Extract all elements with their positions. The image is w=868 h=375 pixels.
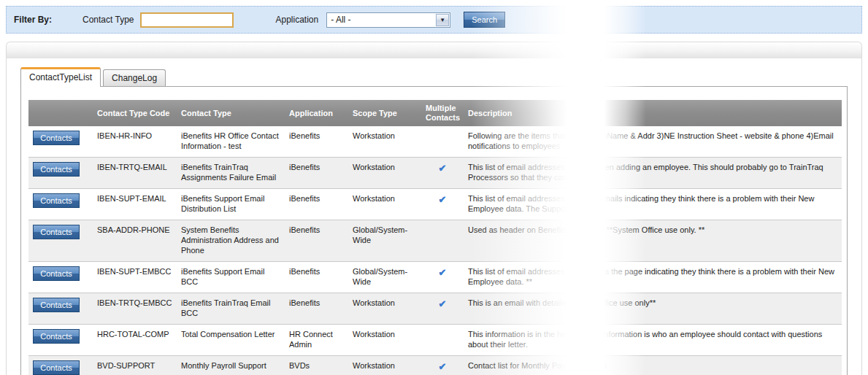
cell-type: iBenefits Support Email Distribution Lis… [177,189,285,220]
multiple-contacts-check: ✔ [421,158,464,189]
contacts-button[interactable]: Contacts [33,131,80,145]
contacts-button[interactable]: Contacts [33,193,80,208]
tab-bar: ContactTypeList ChangeLog [20,67,861,86]
filter-bar: Filter By: Contact Type Application - Al… [6,6,862,34]
main-panel: ContactTypeList ChangeLog Contact Type C… [6,42,862,375]
col-actions [28,100,93,126]
panel-header-strip [7,42,861,58]
chevron-down-icon[interactable]: ▼ [436,14,449,26]
col-contact-type-code: Contact Type Code [93,100,177,126]
cell-type: System Benefits Administration Address a… [177,220,285,262]
table-row: Contacts IBEN-SUPT-EMAIL iBenefits Suppo… [28,189,842,220]
contacts-button[interactable]: Contacts [33,225,80,239]
table-row: Contacts IBEN-TRTQ-EMBCC iBenefits Train… [28,293,842,325]
cell-description: Contact list for Monthly Payroll Support [464,356,842,375]
cell-app: iBenefits [285,126,348,158]
cell-code: IBEN-TRTQ-EMBCC [93,293,177,325]
cell-type: iBenefits HR Office Contact Information … [177,126,285,158]
contacts-button[interactable]: Contacts [33,162,80,177]
application-select-value: - All - [327,15,436,25]
cell-code: IBEN-TRTQ-EMAIL [93,158,177,189]
cell-app: BVDs [285,356,348,375]
tab-changelog[interactable]: ChangeLog [103,69,166,86]
cell-scope: Workstation [348,158,421,189]
cell-scope: Global/System-Wide [348,262,421,293]
cell-code: IBEN-SUPT-EMAIL [93,189,177,220]
table-row: Contacts SBA-ADDR-PHONE System Benefits … [28,220,842,262]
cell-type: iBenefits Support Email BCC [177,262,285,293]
col-contact-type: Contact Type [177,100,285,126]
cell-code: IBEN-SUPT-EMBCC [93,262,177,293]
cell-description: This list of email addresses receives em… [464,189,842,220]
contacts-button[interactable]: Contacts [33,266,80,281]
multiple-contacts-check: ✔ [421,189,464,220]
contact-type-input[interactable] [140,12,234,28]
tab-contacttypelist[interactable]: ContactTypeList [20,67,101,87]
cell-app: iBenefits [285,262,348,293]
tab-content: Contact Type Code Contact Type Applicati… [20,86,848,375]
multiple-contacts-check [421,325,464,356]
multiple-contacts-check: ✔ [421,293,464,325]
col-multiple-contacts: Multiple Contacts [421,100,464,126]
cell-app: HR Connect Admin [285,325,348,356]
cell-code: BVD-SUPPORT [93,356,177,375]
application-select[interactable]: - All - ▼ [326,12,450,28]
cell-code: SBA-ADDR-PHONE [93,220,177,262]
application-label: Application [276,15,319,25]
cell-app: iBenefits [285,293,348,325]
cell-description: Following are the items that are sent 2)… [464,126,842,158]
cell-type: Total Compensation Letter [177,325,285,356]
table-row: Contacts IBEN-TRTQ-EMAIL iBenefits Train… [28,158,842,189]
cell-description: Used as header on Beneficiary letters. *… [464,220,842,262]
table-row: Contacts BVD-SUPPORT Monthly Payroll Sup… [28,356,842,375]
cell-scope: Workstation [348,325,421,356]
multiple-contacts-check [421,220,464,262]
filter-by-label: Filter By: [14,15,52,25]
cell-code: HRC-TOTAL-COMP [93,325,177,356]
cell-description: This list of email addresses is BCCd via… [464,262,842,293]
multiple-contacts-check [421,126,464,158]
contact-type-table: Contact Type Code Contact Type Applicati… [28,100,842,375]
cell-type: iBenefits TrainTraq Assignments Failure … [177,158,285,189]
cell-description: This list of email addresses is used whe… [464,158,842,189]
multiple-contacts-check: ✔ [421,262,464,293]
cell-scope: Workstation [348,189,421,220]
cell-app: iBenefits [285,158,348,189]
cell-app: iBenefits [285,189,348,220]
cell-type: iBenefits TrainTraq Email BCC [177,293,285,325]
multiple-contacts-check: ✔ [421,356,464,375]
contacts-button[interactable]: Contacts [33,298,80,312]
cell-scope: Workstation [348,356,421,375]
cell-description: This is an email with detailed info. **O… [464,293,842,325]
contacts-button[interactable]: Contacts [33,360,80,375]
contact-type-label: Contact Type [82,15,134,25]
table-row: Contacts IBEN-SUPT-EMBCC iBenefits Suppo… [28,262,842,293]
cell-scope: Global/System-Wide [348,220,421,262]
cell-scope: Workstation [348,126,421,158]
cell-app: iBenefits [285,220,348,262]
cell-description: This information is in the header. The i… [464,325,842,356]
table-header-row: Contact Type Code Contact Type Applicati… [28,100,842,126]
table-row: Contacts IBEN-HR-INFO iBenefits HR Offic… [28,126,842,158]
cell-code: IBEN-HR-INFO [93,126,177,158]
table-row: Contacts HRC-TOTAL-COMP Total Compensati… [28,325,842,356]
search-button[interactable]: Search [464,12,505,28]
col-scope-type: Scope Type [348,100,421,126]
cell-scope: Workstation [348,293,421,325]
cell-type: Monthly Payroll Support [177,356,285,375]
col-description: Description [464,100,842,126]
col-application: Application [285,100,348,126]
contacts-button[interactable]: Contacts [33,329,80,344]
